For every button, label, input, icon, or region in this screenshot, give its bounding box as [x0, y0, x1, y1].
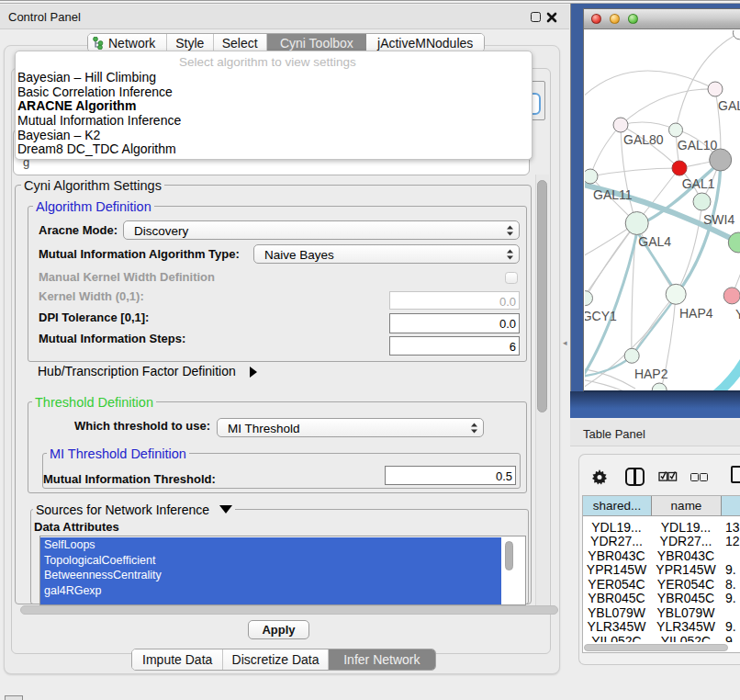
- svg-text:GCY1: GCY1: [585, 309, 617, 323]
- svg-text:GAL11: GAL11: [593, 187, 633, 202]
- svg-text:GAL10: GAL10: [678, 138, 718, 152]
- svg-text:GAL: GAL: [718, 98, 740, 113]
- svg-text:GAL4: GAL4: [638, 234, 671, 249]
- svg-text:GAL1: GAL1: [682, 176, 715, 191]
- svg-text:SWI4: SWI4: [703, 212, 734, 227]
- svg-text:GAL80: GAL80: [623, 132, 664, 147]
- svg-text:HAP4: HAP4: [679, 306, 713, 321]
- svg-text:HAP2: HAP2: [634, 367, 668, 381]
- svg-text:Y: Y: [735, 307, 740, 322]
